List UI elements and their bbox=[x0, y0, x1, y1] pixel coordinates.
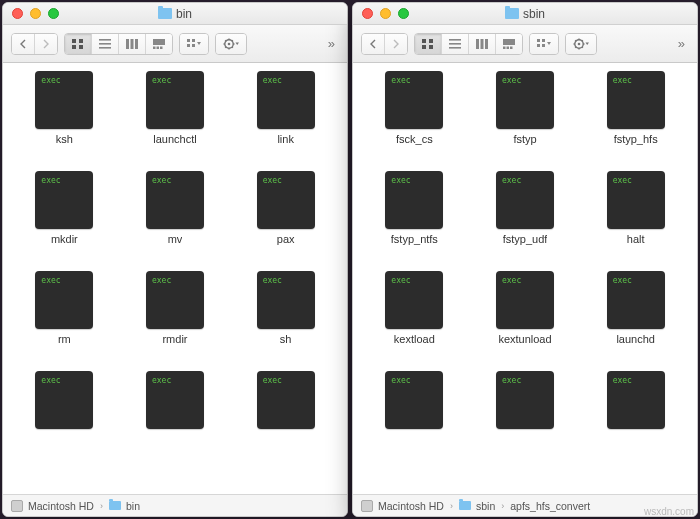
close-button[interactable] bbox=[362, 8, 373, 19]
path-crumb-folder[interactable]: bin bbox=[109, 500, 140, 512]
svg-line-24 bbox=[225, 40, 226, 41]
column-view-button[interactable] bbox=[118, 34, 145, 54]
watermark: wsxdn.com bbox=[644, 506, 694, 517]
file-item[interactable] bbox=[580, 371, 691, 467]
titlebar[interactable]: bin bbox=[3, 3, 347, 25]
file-label: pax bbox=[277, 233, 295, 245]
action-button[interactable] bbox=[566, 34, 596, 54]
file-label: fsck_cs bbox=[396, 133, 433, 145]
file-item[interactable]: mkdir bbox=[9, 171, 120, 267]
file-item[interactable]: rmdir bbox=[120, 271, 231, 367]
list-view-button[interactable] bbox=[441, 34, 468, 54]
file-label: rmdir bbox=[162, 333, 187, 345]
svg-rect-44 bbox=[537, 44, 540, 47]
path-crumb-folder[interactable]: sbin bbox=[459, 500, 495, 512]
titlebar[interactable]: sbin bbox=[353, 3, 697, 25]
crumb-label: apfs_hfs_convert bbox=[510, 500, 590, 512]
exec-icon bbox=[496, 71, 554, 129]
file-item[interactable]: launchd bbox=[580, 271, 691, 367]
exec-icon bbox=[385, 271, 443, 329]
file-item[interactable] bbox=[470, 371, 581, 467]
toolbar: » bbox=[3, 25, 347, 63]
file-item[interactable]: halt bbox=[580, 171, 691, 267]
back-button[interactable] bbox=[12, 34, 34, 54]
svg-line-25 bbox=[232, 46, 233, 47]
file-item[interactable]: pax bbox=[230, 171, 341, 267]
arrange-button[interactable] bbox=[180, 34, 208, 54]
folder-icon bbox=[459, 501, 471, 510]
back-button[interactable] bbox=[362, 34, 384, 54]
svg-rect-28 bbox=[422, 39, 426, 43]
finder-window-sbin: sbin » fsck_cs fstyp fstyp_hfs fstyp_ntf… bbox=[352, 2, 698, 517]
toolbar-overflow-icon[interactable]: » bbox=[674, 36, 689, 51]
file-label: link bbox=[277, 133, 294, 145]
file-item[interactable] bbox=[359, 371, 470, 467]
icon-view-button[interactable] bbox=[65, 34, 91, 54]
zoom-button[interactable] bbox=[48, 8, 59, 19]
exec-icon bbox=[35, 71, 93, 129]
chevron-icon: › bbox=[100, 501, 103, 511]
zoom-button[interactable] bbox=[398, 8, 409, 19]
svg-rect-0 bbox=[72, 39, 76, 43]
file-item[interactable]: launchctl bbox=[120, 71, 231, 167]
disk-icon bbox=[361, 500, 373, 512]
svg-line-55 bbox=[582, 40, 583, 41]
path-crumb-root[interactable]: Macintosh HD bbox=[361, 500, 444, 512]
exec-icon bbox=[146, 271, 204, 329]
exec-icon bbox=[385, 71, 443, 129]
svg-rect-7 bbox=[126, 39, 129, 49]
exec-icon bbox=[607, 171, 665, 229]
path-bar: Macintosh HD › bin bbox=[3, 494, 347, 516]
exec-icon bbox=[146, 171, 204, 229]
action-button[interactable] bbox=[216, 34, 246, 54]
exec-icon bbox=[35, 371, 93, 429]
minimize-button[interactable] bbox=[380, 8, 391, 19]
arrange-button[interactable] bbox=[530, 34, 558, 54]
file-item[interactable] bbox=[120, 371, 231, 467]
exec-icon bbox=[496, 171, 554, 229]
file-label: ksh bbox=[56, 133, 73, 145]
svg-rect-8 bbox=[131, 39, 134, 49]
crumb-label: Macintosh HD bbox=[28, 500, 94, 512]
file-item[interactable]: fstyp_udf bbox=[470, 171, 581, 267]
svg-point-19 bbox=[228, 42, 231, 45]
toolbar-overflow-icon[interactable]: » bbox=[324, 36, 339, 51]
file-item[interactable]: kextunload bbox=[470, 271, 581, 367]
gallery-view-button[interactable] bbox=[145, 34, 172, 54]
file-item[interactable]: rm bbox=[9, 271, 120, 367]
icon-view-button[interactable] bbox=[415, 34, 441, 54]
file-item[interactable]: fsck_cs bbox=[359, 71, 470, 167]
exec-icon bbox=[257, 171, 315, 229]
file-label: kextunload bbox=[498, 333, 551, 345]
svg-rect-33 bbox=[449, 43, 461, 45]
svg-rect-45 bbox=[542, 44, 545, 47]
close-button[interactable] bbox=[12, 8, 23, 19]
svg-rect-29 bbox=[429, 39, 433, 43]
file-item[interactable]: fstyp bbox=[470, 71, 581, 167]
forward-button[interactable] bbox=[384, 34, 407, 54]
column-view-button[interactable] bbox=[468, 34, 495, 54]
file-item[interactable] bbox=[9, 371, 120, 467]
list-view-button[interactable] bbox=[91, 34, 118, 54]
action-group bbox=[565, 33, 597, 55]
file-item[interactable]: link bbox=[230, 71, 341, 167]
minimize-button[interactable] bbox=[30, 8, 41, 19]
svg-rect-39 bbox=[503, 46, 506, 49]
folder-icon bbox=[505, 8, 519, 19]
file-item[interactable] bbox=[230, 371, 341, 467]
svg-rect-2 bbox=[72, 45, 76, 49]
file-item[interactable]: sh bbox=[230, 271, 341, 367]
forward-button[interactable] bbox=[34, 34, 57, 54]
file-item[interactable]: fstyp_hfs bbox=[580, 71, 691, 167]
svg-rect-37 bbox=[485, 39, 488, 49]
path-crumb-root[interactable]: Macintosh HD bbox=[11, 500, 94, 512]
file-item[interactable]: kextload bbox=[359, 271, 470, 367]
file-item[interactable]: mv bbox=[120, 171, 231, 267]
svg-rect-6 bbox=[99, 47, 111, 49]
gallery-view-button[interactable] bbox=[495, 34, 522, 54]
file-item[interactable]: ksh bbox=[9, 71, 120, 167]
path-crumb-file[interactable]: apfs_hfs_convert bbox=[510, 500, 590, 512]
file-label: mkdir bbox=[51, 233, 78, 245]
file-item[interactable]: fstyp_ntfs bbox=[359, 171, 470, 267]
arrange-group bbox=[529, 33, 559, 55]
